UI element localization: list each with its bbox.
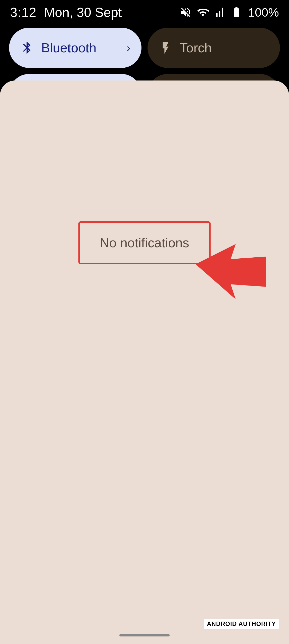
red-arrow: [196, 244, 266, 299]
signal-icon: [214, 6, 225, 18]
bluetooth-icon: [20, 41, 34, 55]
no-notifications-box: No notifications: [78, 221, 211, 264]
mute-icon: [180, 6, 192, 18]
svg-marker-0: [196, 244, 266, 299]
wifi-icon: [196, 6, 209, 18]
status-bar: 3:12 Mon, 30 Sept 100%: [0, 0, 289, 23]
battery-icon: [229, 6, 244, 18]
torch-label: Torch: [180, 40, 269, 55]
no-notifications-container: No notifications: [78, 221, 211, 264]
notification-area: No notifications: [0, 80, 289, 644]
bluetooth-label: Bluetooth: [41, 40, 127, 55]
status-date: Mon, 30 Sept: [44, 5, 122, 20]
bluetooth-chevron: ›: [127, 42, 130, 54]
home-indicator: [119, 634, 170, 636]
torch-tile[interactable]: Torch: [148, 28, 280, 68]
bluetooth-tile[interactable]: Bluetooth ›: [9, 28, 141, 68]
no-notifications-text: No notifications: [100, 235, 189, 250]
battery-percentage: 100%: [248, 6, 279, 19]
status-icons: 100%: [180, 6, 279, 19]
watermark: ANDROID AUTHORITY: [204, 619, 279, 629]
torch-icon: [159, 41, 173, 55]
status-time: 3:12: [10, 5, 36, 20]
status-left: 3:12 Mon, 30 Sept: [10, 5, 122, 20]
